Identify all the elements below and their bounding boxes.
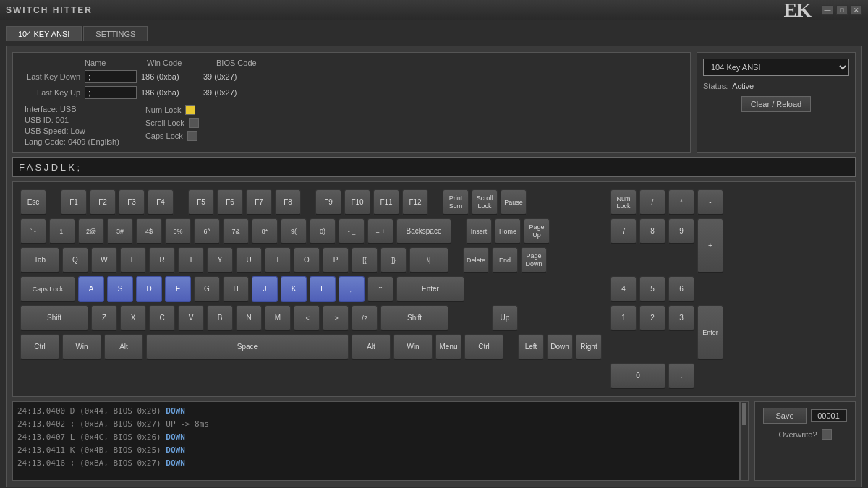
clear-reload-button[interactable]: Clear / Reload	[741, 96, 811, 112]
key-f8[interactable]: F8	[275, 189, 301, 215]
key-9[interactable]: 9(	[281, 218, 307, 244]
key-num-3[interactable]: 3	[668, 305, 694, 331]
minimize-button[interactable]: —	[822, 5, 833, 15]
key-w[interactable]: W	[91, 247, 117, 273]
key-caps-lock[interactable]: Caps Lock	[20, 276, 75, 302]
key-num-6[interactable]: 6	[668, 276, 694, 302]
key-num-4[interactable]: 4	[610, 276, 637, 302]
key-slash[interactable]: /?	[352, 305, 378, 331]
key-i[interactable]: I	[265, 247, 291, 273]
close-button[interactable]: ✕	[851, 5, 862, 15]
overwrite-checkbox[interactable]	[822, 429, 832, 440]
key-scroll-lock[interactable]: ScrollLock	[472, 189, 498, 215]
key-space[interactable]: Space	[146, 334, 349, 360]
key-tab[interactable]: Tab	[20, 247, 59, 273]
key-1[interactable]: 1!	[49, 218, 75, 244]
key-f5[interactable]: F5	[188, 189, 214, 215]
key-f9[interactable]: F9	[315, 189, 341, 215]
key-2[interactable]: 2@	[78, 218, 104, 244]
key-h[interactable]: H	[223, 276, 249, 302]
key-quote[interactable]: '"	[367, 276, 393, 302]
key-n[interactable]: N	[236, 305, 262, 331]
key-num-enter[interactable]: Enter	[697, 305, 723, 360]
key-menu[interactable]: Menu	[435, 334, 461, 360]
key-right[interactable]: Right	[576, 334, 602, 360]
key-r[interactable]: R	[149, 247, 175, 273]
key-f2[interactable]: F2	[90, 189, 116, 215]
key-right-alt[interactable]: Alt	[352, 334, 391, 360]
maximize-button[interactable]: □	[836, 5, 848, 15]
key-g[interactable]: G	[194, 276, 220, 302]
key-num-8[interactable]: 8	[639, 218, 665, 244]
key-right-bracket[interactable]: ]}	[380, 247, 407, 273]
tab-settings[interactable]: SETTINGS	[83, 26, 148, 41]
key-3[interactable]: 3#	[107, 218, 133, 244]
key-e[interactable]: E	[120, 247, 146, 273]
key-s[interactable]: S	[107, 276, 133, 302]
key-o[interactable]: O	[294, 247, 320, 273]
key-up[interactable]: Up	[492, 305, 518, 331]
key-num-7[interactable]: 7	[610, 218, 637, 244]
key-num-5[interactable]: 5	[639, 276, 665, 302]
scrollbar-thumb[interactable]	[742, 403, 746, 425]
key-num-1[interactable]: 1	[610, 305, 637, 331]
key-z[interactable]: Z	[91, 305, 117, 331]
key-num-decimal[interactable]: .	[668, 363, 694, 389]
key-d[interactable]: D	[136, 276, 162, 302]
key-num-9[interactable]: 9	[668, 218, 694, 244]
key-delete[interactable]: Delete	[463, 247, 489, 273]
key-f7[interactable]: F7	[246, 189, 272, 215]
key-num-lock[interactable]: NumLock	[610, 189, 637, 215]
key-enter[interactable]: Enter	[396, 276, 464, 302]
key-insert[interactable]: Insert	[466, 218, 492, 244]
key-l[interactable]: L	[310, 276, 336, 302]
key-0[interactable]: 0)	[310, 218, 336, 244]
key-equals[interactable]: = +	[367, 218, 393, 244]
key-j[interactable]: J	[252, 276, 278, 302]
key-left[interactable]: Left	[518, 334, 544, 360]
key-f[interactable]: F	[165, 276, 191, 302]
key-left-shift[interactable]: Shift	[20, 305, 88, 331]
key-7[interactable]: 7&	[223, 218, 249, 244]
log-scrollbar[interactable]	[740, 401, 749, 481]
key-esc[interactable]: Esc	[20, 189, 46, 215]
key-right-shift[interactable]: Shift	[380, 305, 448, 331]
key-down[interactable]: Down	[547, 334, 573, 360]
key-num-multiply[interactable]: *	[668, 189, 694, 215]
key-num-2[interactable]: 2	[639, 305, 665, 331]
key-a[interactable]: A	[78, 276, 104, 302]
key-comma[interactable]: ,<	[294, 305, 320, 331]
keyboard-select[interactable]: 104 Key ANSI 87 Key TKL 60% Layout	[703, 59, 849, 76]
key-f12[interactable]: F12	[402, 189, 428, 215]
key-p[interactable]: P	[323, 247, 349, 273]
key-u[interactable]: U	[236, 247, 262, 273]
key-x[interactable]: X	[120, 305, 146, 331]
key-page-down[interactable]: PageDown	[521, 247, 547, 273]
key-num-divide[interactable]: /	[639, 189, 665, 215]
key-6[interactable]: 6^	[194, 218, 220, 244]
tab-104-key-ansi[interactable]: 104 KEY ANSI	[6, 26, 82, 41]
last-key-down-name[interactable]	[85, 70, 137, 83]
key-num-plus[interactable]: +	[697, 218, 723, 273]
key-k[interactable]: K	[281, 276, 307, 302]
key-left-bracket[interactable]: [{	[352, 247, 378, 273]
key-page-up[interactable]: PageUp	[524, 218, 550, 244]
key-f3[interactable]: F3	[119, 189, 145, 215]
key-period[interactable]: .>	[323, 305, 349, 331]
key-end[interactable]: End	[492, 247, 518, 273]
key-m[interactable]: M	[265, 305, 291, 331]
key-5[interactable]: 5%	[165, 218, 191, 244]
key-num-minus[interactable]: -	[697, 189, 723, 215]
key-right-win[interactable]: Win	[393, 334, 433, 360]
key-pause[interactable]: Pause	[501, 189, 527, 215]
key-backslash[interactable]: \|	[409, 247, 448, 273]
save-button[interactable]: Save	[763, 408, 806, 424]
key-f10[interactable]: F10	[344, 189, 370, 215]
key-c[interactable]: C	[149, 305, 175, 331]
save-number[interactable]	[811, 409, 847, 422]
key-q[interactable]: Q	[62, 247, 88, 273]
key-minus[interactable]: - _	[339, 218, 365, 244]
key-backtick[interactable]: `~	[20, 218, 46, 244]
key-f1[interactable]: F1	[61, 189, 87, 215]
key-num-0[interactable]: 0	[610, 363, 665, 389]
